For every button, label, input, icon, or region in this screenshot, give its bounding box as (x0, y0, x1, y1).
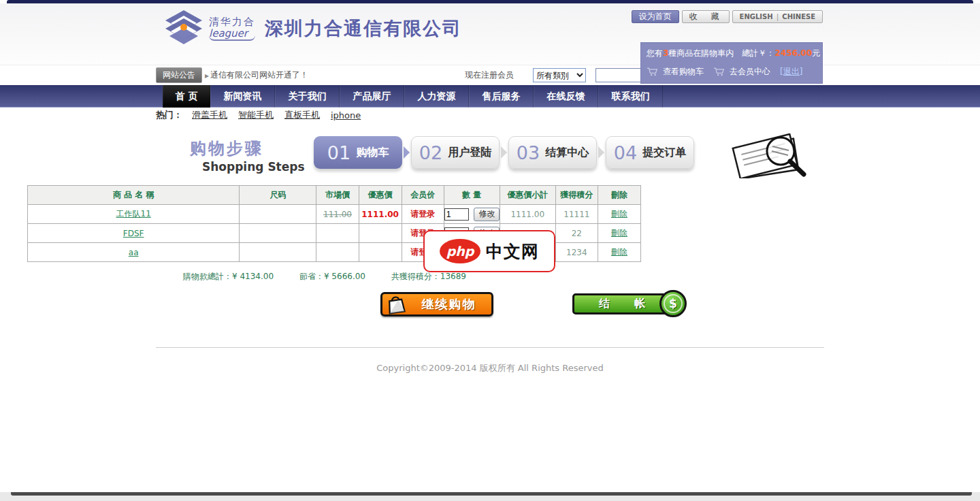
col-size: 尺码 (240, 186, 316, 205)
nav-item-contact[interactable]: 联系我们 (598, 85, 663, 108)
header: 清华力合 leaguer 深圳力合通信有限公司 设为首页 收 藏 ENGLISH… (0, 3, 980, 65)
php-cn-text: 中文网 (486, 240, 539, 263)
step-arrow-icon (501, 146, 507, 159)
member-cart-icon (713, 67, 725, 76)
market-price: 111.00 (323, 210, 352, 219)
copyright-text: Copyright©2009-2014 版权所有 All Rights Rese… (156, 362, 824, 374)
cart-summary-text: 您有3種商品在購物車内 總計￥：2456.00元 (641, 43, 822, 62)
dollar-coin-icon[interactable]: $ (659, 290, 687, 317)
step-arrow-icon (598, 146, 604, 159)
nav-item-feedback[interactable]: 在线反馈 (534, 85, 598, 108)
step-settlement[interactable]: 03 结算中心 (508, 136, 597, 169)
col-member-price: 会员价 (402, 186, 444, 205)
points-value: 1234 (566, 248, 587, 257)
logo[interactable]: 清华力合 leaguer 深圳力合通信有限公司 (163, 9, 462, 48)
cart-total-unit: 元 (812, 48, 820, 58)
page-bottom-shadow (11, 492, 972, 496)
step-label: 提交订单 (642, 146, 686, 160)
continue-shopping-button[interactable]: 继续购物 (380, 292, 493, 317)
shopping-steps: 购物步骤 Shopping Steps 01 购物车 02 用户登陆 03 结算… (0, 133, 980, 181)
nav-item-about[interactable]: 关于我们 (275, 85, 340, 108)
step-label: 购物车 (356, 146, 389, 160)
php-cn-watermark: php 中文网 (423, 230, 555, 272)
product-link[interactable]: 工作队11 (116, 209, 151, 219)
view-cart-link[interactable]: 查看购物车 (663, 66, 704, 78)
cart-icon (647, 67, 659, 76)
nav-item-hr[interactable]: 人力资源 (404, 85, 469, 108)
language-switch: ENGLISH|CHINESE (732, 10, 823, 23)
logo-cn: 清华力合 (209, 16, 255, 28)
lang-separator: | (777, 13, 779, 20)
col-quantity: 數 量 (444, 186, 500, 205)
points-value: 22 (572, 229, 582, 238)
modify-button[interactable]: 修改 (474, 208, 500, 221)
step-label: 结算中心 (545, 146, 589, 160)
size-cell (240, 224, 316, 243)
nav-item-news[interactable]: 新闻资讯 (210, 85, 275, 108)
step-label: 用户登陆 (448, 146, 491, 160)
company-name: 深圳力合通信有限公司 (265, 16, 462, 41)
cart-summary-pre: 您有 (647, 48, 663, 58)
col-delete: 刪除 (598, 186, 640, 205)
nav-item-service[interactable]: 售后服务 (469, 85, 534, 108)
site-notice-badge[interactable]: 网站公告 (156, 67, 202, 83)
step-login[interactable]: 02 用户登陆 (411, 136, 500, 169)
steps-title-en: Shopping Steps (202, 160, 305, 174)
step-arrow-icon (404, 146, 410, 159)
top-buttons: 设为首页 收 藏 ENGLISH|CHINESE (632, 10, 823, 23)
announce-arrow-icon: ▸ (205, 71, 209, 80)
cart-totals: 購物款總計：¥ 4134.00 節省：¥ 5666.00 共獲得積分：13689 (183, 271, 489, 282)
cart-table-section: 商 品 名 稱 尺码 市場價 優惠價 会员价 數 量 優惠價小計 獲得積分 刪除… (0, 185, 668, 262)
chinese-link[interactable]: CHINESE (782, 13, 815, 20)
nav-item-products[interactable]: 产品展厅 (340, 85, 404, 108)
step-number: 02 (419, 142, 442, 163)
step-submit-order[interactable]: 04 提交订单 (606, 136, 694, 169)
footer-divider (156, 347, 824, 348)
delete-link[interactable]: 刪除 (611, 209, 627, 219)
checkout-label: 结 帐 (595, 297, 652, 311)
quantity-input[interactable] (444, 208, 469, 221)
favorite-button[interactable]: 收 藏 (682, 10, 730, 23)
col-product-name: 商 品 名 稱 (28, 186, 240, 205)
saved-amount: 節省：¥ 5666.00 (299, 272, 365, 281)
member-price-login[interactable]: 请登录 (410, 209, 435, 219)
step-number: 04 (614, 142, 637, 163)
table-header-row: 商 品 名 稱 尺码 市場價 優惠價 会员价 數 量 優惠價小計 獲得積分 刪除 (28, 186, 641, 205)
step-cart[interactable]: 01 购物车 (314, 136, 402, 169)
points-value: 11111 (564, 210, 589, 219)
table-row: 工作队11 111.00 1111.00 请登录 修改 1111.00 1111… (28, 205, 641, 224)
hot-link-iphone[interactable]: iphone (331, 110, 361, 120)
continue-shopping-label: 继续购物 (406, 296, 491, 312)
steps-title-cn: 购物步骤 (190, 138, 305, 159)
shopping-bag-icon (386, 294, 406, 314)
discount-price: 1111.00 (361, 210, 399, 219)
hot-label: 热门： (156, 109, 182, 121)
main-nav: 首 页 新闻资讯 关于我们 产品展厅 人力资源 售后服务 在线反馈 联系我们 (0, 85, 980, 108)
col-points: 獲得積分 (555, 186, 598, 205)
logo-text: 清华力合 leaguer (209, 16, 255, 41)
english-link[interactable]: ENGLISH (740, 13, 773, 20)
logo-en: leaguer (209, 28, 255, 42)
hot-link-bar-phone[interactable]: 直板手机 (284, 109, 320, 121)
step-number: 01 (327, 142, 350, 163)
cart-summary-mid: 種商品在購物車内 總計￥： (668, 48, 774, 58)
delete-link[interactable]: 刪除 (611, 228, 627, 238)
product-link[interactable]: FDSF (123, 229, 144, 238)
category-select[interactable]: 所有類別 (533, 68, 586, 82)
cart-total-amount: 2456.00 (774, 48, 812, 58)
member-center-link[interactable]: 去会员中心 (730, 66, 770, 78)
register-link[interactable]: 现在注册会员 (465, 69, 514, 81)
logout-link[interactable]: [退出] (780, 66, 802, 78)
col-subtotal: 優惠價小計 (500, 186, 555, 205)
set-home-button[interactable]: 设为首页 (632, 10, 679, 23)
hot-link-slider-phone[interactable]: 滑盖手机 (192, 109, 227, 121)
product-link[interactable]: aa (129, 248, 139, 257)
nav-item-home[interactable]: 首 页 (163, 85, 210, 108)
page: 清华力合 leaguer 深圳力合通信有限公司 设为首页 收 藏 ENGLISH… (0, 0, 980, 492)
total-points: 共獲得積分：13689 (391, 272, 466, 281)
hot-link-smart-phone[interactable]: 智能手机 (238, 109, 274, 121)
dollar-symbol: $ (664, 294, 683, 313)
announcement-text[interactable]: 通信有限公司网站开通了！ (210, 69, 308, 81)
total-amount: 購物款總計：¥ 4134.00 (183, 272, 274, 281)
delete-link[interactable]: 刪除 (611, 247, 627, 257)
